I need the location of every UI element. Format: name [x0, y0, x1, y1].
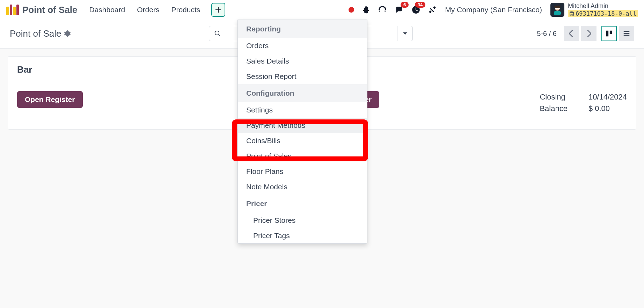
user-name: Mitchell Admin: [568, 2, 638, 10]
messaging-badge: 6: [401, 2, 409, 8]
tools-icon[interactable]: [428, 6, 437, 14]
pos-card-pos[interactable]: PoS Register Closing Balance 10/14/2024 …: [325, 56, 636, 130]
page-title: Point of Sale: [10, 28, 61, 39]
main-menu-dropdown: Reporting Orders Sales Details Session R…: [237, 20, 367, 244]
chevron-left-icon: [569, 30, 574, 37]
menu-item-orders[interactable]: Orders: [238, 38, 367, 53]
search-icon: [214, 30, 221, 37]
menu-section-pricer: Pricer: [238, 195, 367, 213]
svg-point-5: [570, 11, 574, 13]
avatar: [550, 3, 564, 17]
svg-rect-8: [610, 31, 612, 34]
menu-item-sales-details[interactable]: Sales Details: [238, 53, 367, 69]
nav-links: Dashboard Orders Products: [89, 6, 200, 14]
new-record-button[interactable]: [211, 3, 225, 17]
menu-item-pricer-stores[interactable]: Pricer Stores: [238, 213, 367, 228]
recording-indicator-icon: [349, 7, 354, 13]
balance-amount: $ 0.00: [588, 103, 627, 114]
activities-icon[interactable]: 34: [411, 5, 420, 14]
nav-products[interactable]: Products: [171, 6, 200, 14]
database-name: 69317163-18-0-all: [576, 10, 636, 17]
menu-item-floor-plans[interactable]: Floor Plans: [238, 164, 367, 179]
menu-item-settings[interactable]: Settings: [238, 102, 367, 118]
gear-icon[interactable]: [64, 30, 71, 37]
app-title[interactable]: Point of Sale: [22, 5, 77, 15]
plus-icon: [215, 6, 222, 13]
svg-rect-2: [554, 11, 561, 15]
database-tag: 69317163-18-0-all: [568, 10, 638, 17]
closing-label: Closing: [540, 91, 568, 103]
svg-rect-11: [624, 35, 630, 36]
search-options-button[interactable]: [397, 26, 413, 41]
svg-rect-4: [555, 6, 561, 8]
svg-rect-10: [624, 33, 630, 34]
menu-section-configuration: Configuration: [238, 84, 367, 102]
menu-item-note-models[interactable]: Note Models: [238, 179, 367, 195]
card-stats: Closing Balance 10/14/2024 $ 0.00: [540, 91, 627, 114]
card-title: PoS: [335, 64, 627, 75]
nav-orders[interactable]: Orders: [137, 6, 159, 14]
debug-icon[interactable]: [362, 6, 370, 14]
app-logo[interactable]: [6, 5, 19, 15]
caret-down-icon: [403, 31, 408, 36]
list-view-button[interactable]: [619, 26, 634, 41]
activities-badge: 34: [415, 2, 425, 8]
top-navbar: Point of Sale Dashboard Orders Products …: [0, 0, 644, 20]
nav-dashboard[interactable]: Dashboard: [89, 6, 125, 14]
pager-next-button[interactable]: [581, 26, 597, 41]
svg-rect-9: [624, 31, 630, 32]
menu-item-coins-bills[interactable]: Coins/Bills: [238, 133, 367, 148]
database-icon: [569, 11, 574, 16]
support-icon[interactable]: [378, 5, 387, 14]
menu-item-pricer-tags[interactable]: Pricer Tags: [238, 228, 367, 243]
breadcrumb: Point of Sale: [10, 28, 71, 39]
balance-label: Balance: [540, 103, 568, 114]
list-icon: [623, 30, 630, 37]
pager-counter[interactable]: 5-6 / 6: [537, 30, 557, 38]
company-switcher[interactable]: My Company (San Francisco): [445, 6, 542, 14]
menu-item-point-of-sales[interactable]: Point of Sales: [238, 148, 367, 164]
open-register-button[interactable]: Open Register: [17, 91, 83, 108]
svg-point-6: [215, 31, 219, 35]
kanban-icon: [605, 30, 613, 37]
messaging-icon[interactable]: 6: [395, 5, 404, 14]
svg-rect-7: [606, 31, 608, 37]
menu-item-payment-methods[interactable]: Payment Methods: [238, 118, 367, 133]
chevron-right-icon: [586, 30, 591, 37]
menu-item-session-report[interactable]: Session Report: [238, 69, 367, 84]
kanban-view-button[interactable]: [601, 26, 617, 41]
status-icons: 6 34: [349, 5, 437, 14]
closing-date: 10/14/2024: [588, 91, 627, 103]
menu-section-reporting: Reporting: [238, 20, 367, 38]
pager-prev-button[interactable]: [564, 26, 579, 41]
user-menu[interactable]: Mitchell Admin 69317163-18-0-all: [550, 2, 638, 17]
